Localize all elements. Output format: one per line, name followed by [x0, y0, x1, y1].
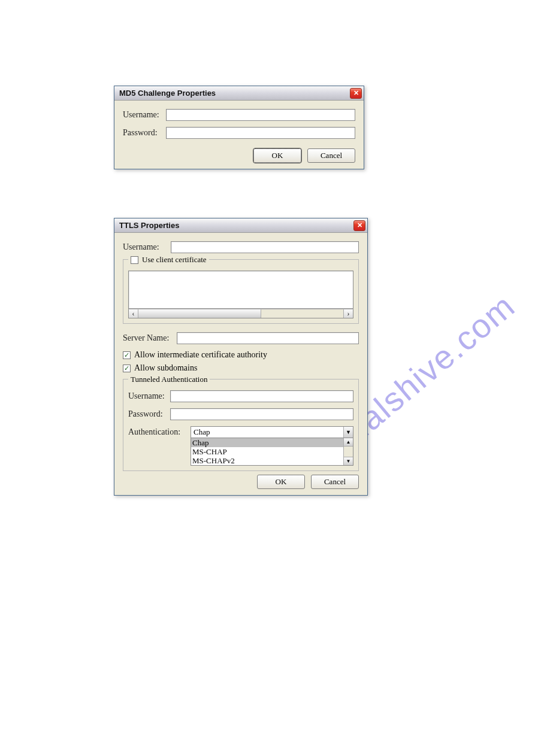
close-icon[interactable]: ✕ [353, 220, 365, 231]
allow-intermediate-label: Allow intermediate certificate authority [134, 350, 267, 360]
scroll-right-icon[interactable]: › [343, 309, 353, 318]
auth-option-mschap[interactable]: MS-CHAP [191, 447, 343, 456]
tunneled-auth-legend: Tunneled Authentication [128, 375, 210, 384]
tunneled-authentication-groupbox: Tunneled Authentication Username: Passwo… [123, 379, 359, 471]
scroll-down-icon[interactable]: ▼ [344, 457, 353, 465]
username-label: Username: [123, 242, 171, 252]
certificate-listbox[interactable] [128, 271, 353, 309]
authentication-selected-value: Chap [191, 427, 343, 438]
tunneled-password-input[interactable] [170, 408, 353, 420]
tunneled-username-label: Username: [128, 391, 170, 401]
scroll-thumb[interactable] [138, 309, 261, 318]
server-name-input[interactable] [177, 332, 359, 344]
ok-button[interactable]: OK [253, 148, 301, 163]
username-input[interactable] [166, 109, 355, 121]
scroll-left-icon[interactable]: ‹ [129, 309, 138, 318]
horizontal-scrollbar[interactable]: ‹ › [128, 309, 353, 318]
password-input[interactable] [166, 127, 355, 139]
username-label: Username: [123, 110, 166, 120]
client-certificate-groupbox: Use client certificate ‹ › [123, 259, 359, 324]
cancel-button[interactable]: Cancel [307, 148, 355, 163]
dialog-title: TTLS Properties [119, 221, 353, 230]
scroll-track[interactable] [138, 309, 343, 318]
allow-subdomains-checkbox[interactable]: ✓ [123, 365, 131, 372]
dropdown-vertical-scrollbar[interactable]: ▲ ▼ [343, 438, 353, 465]
titlebar: MD5 Challenge Properties ✕ [114, 86, 364, 101]
auth-option-chap[interactable]: Chap [191, 438, 343, 447]
dialog-title: MD5 Challenge Properties [119, 89, 350, 98]
dialog-body: Username: Use client certificate ‹ › Ser… [114, 233, 367, 495]
server-name-label: Server Name: [123, 333, 177, 343]
authentication-label: Authentication: [128, 427, 191, 437]
auth-option-mschapv2[interactable]: MS-CHAPv2 [191, 456, 343, 465]
use-client-cert-label: Use client certificate [142, 255, 207, 265]
authentication-dropdown[interactable]: Chap ▼ [191, 426, 353, 438]
dialog-body: Username: Password: OK Cancel [114, 101, 364, 169]
password-label: Password: [123, 128, 166, 138]
tunneled-password-label: Password: [128, 409, 170, 419]
tunneled-username-input[interactable] [170, 390, 353, 402]
allow-subdomains-label: Allow subdomains [134, 363, 197, 373]
close-icon[interactable]: ✕ [350, 88, 362, 99]
username-input[interactable] [171, 241, 359, 253]
ok-button[interactable]: OK [257, 475, 305, 489]
use-client-cert-checkbox[interactable] [131, 256, 138, 264]
allow-intermediate-checkbox[interactable]: ✓ [123, 351, 131, 359]
scroll-up-icon[interactable]: ▲ [344, 438, 353, 447]
md5-challenge-properties-dialog: MD5 Challenge Properties ✕ Username: Pas… [114, 86, 364, 169]
titlebar: TTLS Properties ✕ [114, 218, 367, 233]
chevron-down-icon[interactable]: ▼ [343, 427, 353, 438]
ttls-properties-dialog: TTLS Properties ✕ Username: Use client c… [114, 218, 368, 496]
cancel-button[interactable]: Cancel [311, 475, 359, 489]
authentication-dropdown-list[interactable]: Chap MS-CHAP MS-CHAPv2 ▲ ▼ [191, 438, 353, 466]
